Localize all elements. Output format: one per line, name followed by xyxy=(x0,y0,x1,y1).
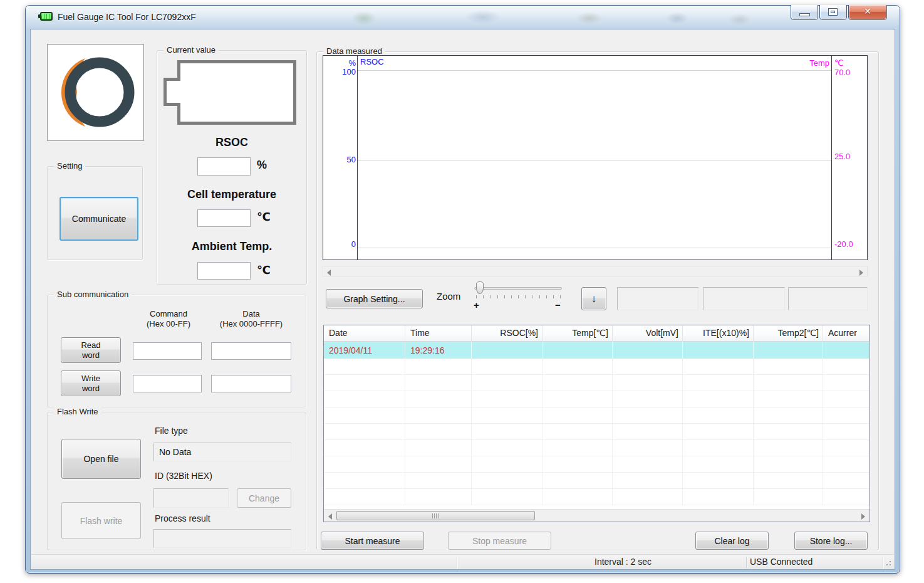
right-axis-unit: ℃ xyxy=(834,58,844,68)
right-tick-minus20: -20.0 xyxy=(834,239,853,249)
ambient-temp-unit: ℃ xyxy=(257,263,271,277)
column-header-ite[interactable]: ITE[(x10)%] xyxy=(683,325,754,342)
table-empty-row xyxy=(324,424,869,440)
left-tick-50: 50 xyxy=(331,155,356,164)
process-result-value xyxy=(153,529,291,548)
statusbar-separator xyxy=(457,557,457,568)
clear-log-button[interactable]: Clear log xyxy=(695,532,769,550)
column-header-volt[interactable]: Volt[mV] xyxy=(613,325,683,342)
data-measured-group-label: Data measured xyxy=(323,46,385,56)
log-table-header[interactable]: Date Time RSOC[%] Temp[℃] Volt[mV] ITE[(… xyxy=(324,325,869,342)
file-type-label: File type xyxy=(155,426,188,436)
cell-temperature-label: Cell temperature xyxy=(157,188,307,201)
interval-status: Interval : 2 sec xyxy=(594,557,651,567)
left-axis-unit: % xyxy=(331,58,356,68)
table-empty-row xyxy=(324,375,869,391)
readout-box-1 xyxy=(617,287,698,310)
flash-write-group-label: Flash Write xyxy=(54,407,101,416)
gridline-100 xyxy=(358,70,831,71)
graph-setting-button[interactable]: Graph Setting... xyxy=(326,289,423,308)
table-empty-row xyxy=(324,473,869,489)
setting-group-label: Setting xyxy=(54,161,85,171)
flash-write-button[interactable]: Flash write xyxy=(61,502,141,539)
log-table[interactable]: Date Time RSOC[%] Temp[℃] Volt[mV] ITE[(… xyxy=(323,325,870,522)
column-header-acurrent[interactable]: Acurrer xyxy=(823,325,869,342)
write-command-input[interactable] xyxy=(133,375,202,392)
rsoc-value-field[interactable] xyxy=(197,157,251,176)
change-button[interactable]: Change xyxy=(237,488,291,508)
rsoc-unit: % xyxy=(257,159,267,172)
readout-box-2 xyxy=(703,287,785,310)
write-data-input[interactable] xyxy=(211,375,291,392)
data-header-range: (Hex 0000-FFFF) xyxy=(210,319,293,328)
data-header: Data xyxy=(210,309,293,318)
table-empty-row xyxy=(324,407,869,424)
table-scroll-left-icon[interactable] xyxy=(328,513,332,520)
table-scroll-thumb[interactable] xyxy=(336,511,535,520)
zoom-slider-thumb[interactable] xyxy=(476,281,484,294)
resize-grip-icon[interactable] xyxy=(884,559,892,567)
scroll-to-latest-button[interactable]: ↓ xyxy=(581,287,606,310)
column-header-date[interactable]: Date xyxy=(324,325,405,342)
column-header-temp[interactable]: Temp[℃] xyxy=(542,325,613,342)
read-data-input[interactable] xyxy=(211,342,291,360)
table-scrollbar[interactable] xyxy=(324,509,869,522)
communicate-button[interactable]: Communicate xyxy=(60,197,138,241)
cell-temperature-field[interactable] xyxy=(197,209,251,227)
statusbar-separator xyxy=(746,557,747,568)
statusbar-separator xyxy=(883,557,883,568)
left-tick-100: 100 xyxy=(331,67,356,76)
start-measure-button[interactable]: Start measure xyxy=(321,532,424,550)
chart-scroll-left-icon[interactable] xyxy=(327,270,331,276)
open-file-button[interactable]: Open file xyxy=(61,439,141,479)
read-word-button[interactable]: Read word xyxy=(61,337,121,363)
table-empty-row xyxy=(324,489,869,505)
id-input[interactable] xyxy=(153,488,229,508)
status-bar: Interval : 2 sec USB Connected xyxy=(30,554,895,570)
column-header-temp2[interactable]: Temp2[℃] xyxy=(754,325,823,342)
right-series-label: Temp xyxy=(804,58,829,68)
readout-box-3 xyxy=(788,287,868,310)
ambient-temp-label: Ambient Temp. xyxy=(157,240,307,253)
zoom-slider-track[interactable] xyxy=(474,287,562,290)
command-header: Command xyxy=(132,309,205,318)
minimize-button[interactable] xyxy=(791,5,818,20)
battery-terminal-icon xyxy=(164,78,180,106)
scroll-grip-icon xyxy=(432,513,439,518)
sub-communication-group-label: Sub communication xyxy=(54,290,132,299)
table-scroll-right-icon[interactable] xyxy=(861,513,865,520)
column-header-time[interactable]: Time xyxy=(405,325,472,342)
vendor-logo-image xyxy=(48,45,143,140)
write-word-button[interactable]: Write word xyxy=(61,370,121,396)
app-root: Fuel Gauge IC Tool For LC7092xxF ✕ Setti… xyxy=(0,0,924,583)
stop-measure-button[interactable]: Stop measure xyxy=(448,532,551,550)
maximize-icon xyxy=(829,9,837,15)
close-button[interactable]: ✕ xyxy=(848,5,887,20)
process-result-label: Process result xyxy=(155,513,210,523)
ambient-temp-field[interactable] xyxy=(197,262,251,280)
app-battery-icon xyxy=(38,11,53,21)
column-header-rsoc[interactable]: RSOC[%] xyxy=(472,325,542,342)
read-command-input[interactable] xyxy=(133,342,202,360)
measurement-chart xyxy=(323,55,868,260)
cell-temperature-unit: ℃ xyxy=(257,210,271,224)
zoom-minus-label: − xyxy=(555,300,561,310)
chart-scrollbar[interactable] xyxy=(323,266,868,276)
zoom-slider-ticks xyxy=(476,295,560,299)
id-label: ID (32Bit HEX) xyxy=(155,471,212,481)
right-tick-70: 70.0 xyxy=(834,68,850,77)
chart-scroll-right-icon[interactable] xyxy=(859,270,863,276)
maximize-button[interactable] xyxy=(819,5,847,20)
zoom-label: Zoom xyxy=(437,291,460,302)
window-title: Fuel Gauge IC Tool For LC7092xxF xyxy=(58,12,196,22)
table-row[interactable]: 2019/04/11 19:29:16 xyxy=(324,342,869,359)
table-empty-row xyxy=(324,456,869,473)
command-header-range: (Hex 00-FF) xyxy=(132,319,205,328)
cell-time: 19:29:16 xyxy=(405,342,472,359)
store-log-button[interactable]: Store log... xyxy=(794,532,868,550)
usb-status: USB Connected xyxy=(750,557,812,567)
chart-right-axis xyxy=(831,56,832,260)
chart-left-axis xyxy=(357,56,358,260)
vendor-logo xyxy=(47,44,144,141)
table-empty-row xyxy=(324,440,869,456)
